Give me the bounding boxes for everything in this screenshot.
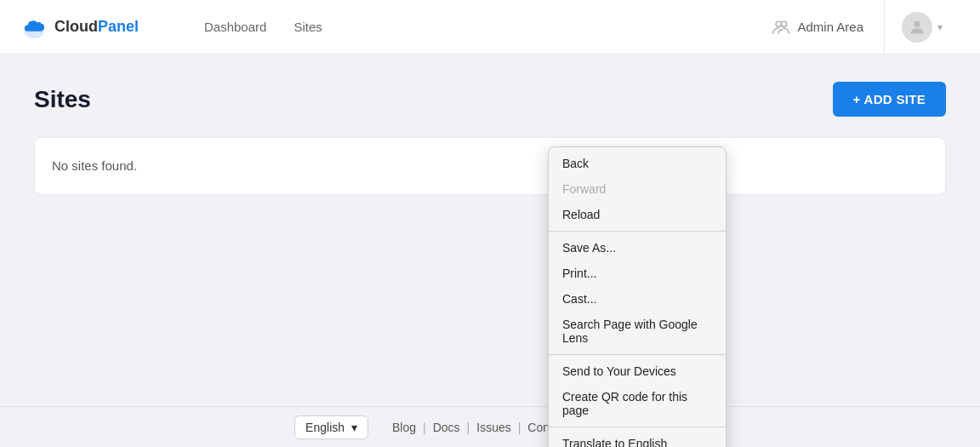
admin-area-label: Admin Area [797, 20, 863, 34]
separator-3 [549, 427, 726, 427]
context-menu-cast[interactable]: Cast... [549, 286, 726, 312]
page-header: Sites + ADD SITE [34, 82, 946, 117]
add-site-button[interactable]: + ADD SITE [833, 82, 946, 117]
nav-sites[interactable]: Sites [293, 20, 322, 34]
context-menu-translate[interactable]: Translate to English [549, 431, 726, 447]
context-menu: Back Forward Reload Save As... Print... … [548, 146, 726, 447]
language-label: English [305, 421, 345, 434]
main-content: Sites + ADD SITE No sites found. Back Fo… [0, 54, 980, 222]
context-menu-back[interactable]: Back [549, 151, 726, 176]
language-chevron-icon: ▾ [351, 421, 357, 434]
chevron-down-icon: ▾ [937, 21, 943, 33]
context-menu-reload[interactable]: Reload [549, 202, 726, 227]
context-menu-qr-code[interactable]: Create QR code for this page [549, 384, 726, 423]
footer-sep-1: | [423, 421, 426, 434]
svg-point-2 [782, 21, 787, 26]
main-nav: Dashboard Sites [191, 20, 751, 34]
avatar [902, 12, 932, 43]
svg-point-1 [776, 21, 781, 26]
header-right: Admin Area ▾ [751, 0, 960, 54]
language-selector[interactable]: English ▾ [294, 415, 368, 439]
header: CloudPanel Dashboard Sites Admin Area [0, 0, 980, 54]
separator-1 [549, 231, 726, 232]
admin-icon [772, 18, 790, 37]
context-menu-search-lens[interactable]: Search Page with Google Lens [549, 312, 726, 351]
nav-dashboard[interactable]: Dashboard [204, 20, 266, 34]
logo-area: CloudPanel [20, 14, 191, 41]
svg-point-3 [914, 20, 920, 26]
context-menu-print[interactable]: Print... [549, 261, 726, 286]
no-sites-message: No sites found. [52, 158, 137, 173]
admin-area-button[interactable]: Admin Area [751, 0, 885, 54]
footer-blog-link[interactable]: Blog [389, 421, 419, 434]
context-menu-send-devices[interactable]: Send to Your Devices [549, 358, 726, 384]
logo-icon [20, 14, 48, 41]
separator-2 [549, 354, 726, 355]
footer-sep-3: | [518, 421, 521, 434]
footer: English ▾ Blog | Docs | Issues | Contact… [0, 406, 980, 447]
logo-text: CloudPanel [54, 18, 139, 36]
footer-docs-link[interactable]: Docs [430, 421, 464, 434]
sites-card: No sites found. [34, 137, 946, 195]
context-menu-save-as[interactable]: Save As... [549, 235, 726, 261]
user-menu[interactable]: ▾ [885, 0, 960, 54]
context-menu-forward: Forward [549, 176, 726, 202]
footer-issues-link[interactable]: Issues [473, 421, 514, 434]
page-title: Sites [34, 86, 91, 113]
footer-sep-2: | [467, 421, 470, 434]
